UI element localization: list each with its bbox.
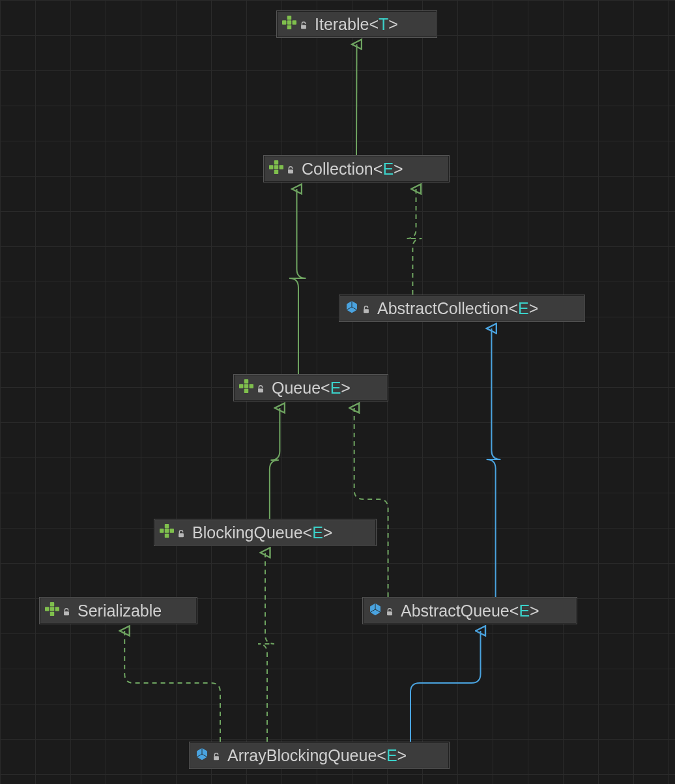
svg-rect-25 [179,533,184,537]
svg-rect-28 [50,607,54,611]
type-name: Serializable [78,602,162,620]
svg-rect-21 [165,524,169,528]
lock-icon [298,15,308,34]
svg-rect-14 [239,384,243,388]
svg-rect-23 [165,533,169,537]
svg-rect-13 [364,309,369,313]
type-name: BlockingQueue [192,523,303,542]
type-name: AbstractCollection [377,299,508,318]
generic-close: > [341,379,351,398]
svg-rect-9 [274,169,278,173]
generic-open: < [321,379,330,398]
type-parameter: E [382,160,394,179]
svg-rect-7 [274,160,278,164]
type-name: Collection [302,160,373,179]
generic-open: < [373,160,383,179]
svg-rect-3 [287,25,291,29]
svg-rect-35 [214,756,219,760]
svg-rect-5 [301,25,306,29]
class-icon [195,746,209,765]
svg-rect-27 [50,602,54,606]
svg-rect-2 [287,20,291,24]
interface-icon [160,523,174,542]
svg-rect-19 [258,388,263,392]
generic-open: < [303,523,313,542]
class-icon [368,602,382,620]
type-parameter: E [519,602,530,620]
svg-rect-11 [288,169,293,173]
lock-icon [61,602,71,620]
generic-close: > [394,160,403,179]
type-parameter: E [330,379,341,398]
node-arrayblockingqueue[interactable]: ArrayBlockingQueue<E> [189,742,450,769]
type-name: Queue [272,379,321,398]
class-icon [345,299,359,318]
lock-icon [255,379,265,398]
node-collection[interactable]: Collection<E> [263,155,450,182]
svg-rect-10 [280,165,283,169]
svg-rect-26 [45,607,49,611]
generic-open: < [510,602,519,620]
interface-icon [282,15,296,34]
svg-rect-15 [244,379,248,383]
node-iterable[interactable]: Iterable<T> [276,10,437,38]
generic-close: > [397,746,407,765]
node-serializable[interactable]: Serializable [39,597,197,624]
generic-open: < [377,746,386,765]
svg-rect-20 [160,529,164,532]
svg-rect-8 [274,165,278,169]
lock-icon [384,602,394,620]
type-parameter: E [386,746,397,765]
svg-rect-4 [293,20,296,24]
generic-close: > [323,523,333,542]
svg-rect-17 [244,388,248,392]
generic-close: > [388,15,398,34]
node-blockingqueue[interactable]: BlockingQueue<E> [154,519,377,546]
type-name: AbstractQueue [401,602,510,620]
type-parameter: E [312,523,323,542]
svg-rect-22 [165,529,169,532]
lock-icon [285,160,295,179]
generic-close: > [529,299,539,318]
node-abstractcollection[interactable]: AbstractCollection<E> [339,295,585,322]
generic-open: < [508,299,518,318]
node-abstractqueue[interactable]: AbstractQueue<E> [362,597,577,624]
interface-icon [45,602,59,620]
svg-rect-16 [244,384,248,388]
type-parameter: T [379,15,388,34]
generic-close: > [530,602,539,620]
type-name: ArrayBlockingQueue [227,746,377,765]
svg-rect-29 [50,611,54,615]
node-queue[interactable]: Queue<E> [233,374,388,401]
svg-rect-18 [250,384,253,388]
svg-rect-0 [282,20,286,24]
interface-icon [239,379,253,398]
interface-icon [269,160,283,179]
lock-icon [360,299,371,318]
svg-rect-33 [387,611,392,615]
svg-rect-1 [287,16,291,20]
svg-rect-30 [55,607,59,611]
svg-rect-24 [170,529,174,532]
svg-rect-6 [269,165,273,169]
generic-open: < [369,15,379,34]
lock-icon [175,523,186,542]
type-parameter: E [518,299,529,318]
svg-rect-31 [64,611,69,615]
lock-icon [210,746,221,765]
type-name: Iterable [315,15,369,34]
